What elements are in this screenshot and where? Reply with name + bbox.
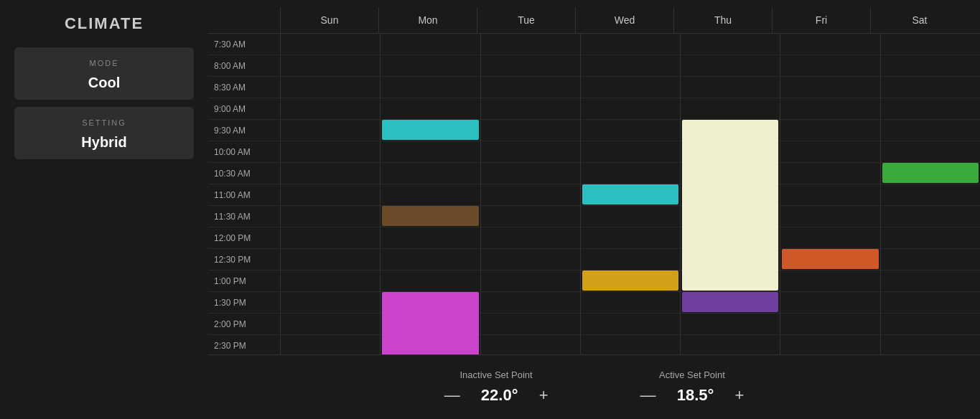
grid-cell[interactable] (881, 77, 980, 98)
day-column-fri[interactable] (780, 34, 879, 354)
grid-cell[interactable] (881, 34, 980, 55)
grid-cell[interactable] (881, 335, 980, 354)
grid-cell[interactable] (281, 120, 380, 141)
grid-cell[interactable] (281, 270, 380, 292)
grid-cell[interactable] (281, 206, 380, 227)
grid-cell[interactable] (281, 249, 380, 270)
grid-cell[interactable] (881, 270, 980, 292)
grid-cell[interactable] (881, 314, 980, 335)
grid-cell[interactable] (780, 163, 879, 184)
active-plus-button[interactable]: + (732, 387, 747, 403)
grid-cell[interactable] (780, 335, 879, 354)
grid-cell[interactable] (881, 184, 980, 206)
grid-cell[interactable] (681, 335, 780, 354)
event-block[interactable] (882, 163, 979, 183)
grid-cell[interactable] (681, 34, 780, 55)
grid-cell[interactable] (681, 314, 780, 335)
grid-cell[interactable] (481, 292, 580, 314)
grid-cell[interactable] (581, 314, 680, 335)
grid-cell[interactable] (281, 55, 380, 77)
setting-card[interactable]: SETTING Hybrid (14, 107, 194, 159)
grid-cell[interactable] (780, 314, 879, 335)
grid-cell[interactable] (481, 314, 580, 335)
grid-cell[interactable] (780, 141, 879, 163)
grid-cell[interactable] (780, 55, 879, 77)
grid-cell[interactable] (481, 120, 580, 141)
grid-cell[interactable] (281, 98, 380, 120)
grid-cell[interactable] (381, 98, 480, 120)
grid-cell[interactable] (381, 77, 480, 98)
day-column-mon[interactable] (380, 34, 480, 354)
grid-cell[interactable] (381, 163, 480, 184)
event-block[interactable] (382, 206, 478, 226)
grid-cell[interactable] (881, 292, 980, 314)
grid-cell[interactable] (481, 163, 580, 184)
grid-cell[interactable] (281, 77, 380, 98)
grid-cell[interactable] (281, 292, 380, 314)
grid-cell[interactable] (481, 270, 580, 292)
mode-card[interactable]: MODE Cool (14, 47, 194, 100)
grid-cell[interactable] (780, 206, 879, 227)
grid-cell[interactable] (581, 227, 680, 249)
grid-cell[interactable] (780, 184, 879, 206)
grid-cell[interactable] (780, 98, 879, 120)
grid-cell[interactable] (780, 292, 879, 314)
grid-cell[interactable] (481, 335, 580, 354)
active-minus-button[interactable]: — (638, 387, 659, 403)
grid-cell[interactable] (381, 55, 480, 77)
grid-cell[interactable] (281, 34, 380, 55)
grid-cell[interactable] (581, 120, 680, 141)
grid-cell[interactable] (481, 34, 580, 55)
grid-cell[interactable] (581, 249, 680, 270)
grid-cell[interactable] (381, 270, 480, 292)
grid-cell[interactable] (581, 34, 680, 55)
event-block[interactable] (382, 292, 478, 354)
grid-cell[interactable] (481, 249, 580, 270)
grid-cell[interactable] (581, 77, 680, 98)
grid-cell[interactable] (881, 227, 980, 249)
event-block[interactable] (382, 120, 478, 140)
grid-cell[interactable] (481, 227, 580, 249)
grid-cell[interactable] (381, 249, 480, 270)
grid-cell[interactable] (581, 55, 680, 77)
grid-cell[interactable] (581, 163, 680, 184)
grid-cell[interactable] (681, 98, 780, 120)
grid-cell[interactable] (681, 77, 780, 98)
grid-cell[interactable] (481, 77, 580, 98)
grid-cell[interactable] (780, 270, 879, 292)
day-column-sat[interactable] (880, 34, 980, 354)
grid-cell[interactable] (881, 55, 980, 77)
grid-cell[interactable] (581, 335, 680, 354)
event-block[interactable] (582, 270, 678, 291)
grid-cell[interactable] (881, 120, 980, 141)
inactive-minus-button[interactable]: — (442, 387, 463, 403)
grid-cell[interactable] (881, 141, 980, 163)
event-block[interactable] (682, 292, 778, 312)
grid-cell[interactable] (881, 98, 980, 120)
grid-cell[interactable] (381, 227, 480, 249)
grid-cell[interactable] (481, 206, 580, 227)
day-column-wed[interactable] (580, 34, 680, 354)
grid-cell[interactable] (581, 141, 680, 163)
grid-cell[interactable] (481, 141, 580, 163)
day-column-sun[interactable] (280, 34, 380, 354)
grid-cell[interactable] (281, 335, 380, 354)
grid-cell[interactable] (581, 98, 680, 120)
grid-cell[interactable] (281, 141, 380, 163)
grid-cell[interactable] (581, 206, 680, 227)
day-column-thu[interactable] (680, 34, 780, 354)
grid-cell[interactable] (281, 163, 380, 184)
grid-cell[interactable] (381, 34, 480, 55)
event-block[interactable] (682, 120, 778, 291)
grid-cell[interactable] (780, 120, 879, 141)
grid-cell[interactable] (780, 34, 879, 55)
inactive-plus-button[interactable]: + (536, 387, 551, 403)
grid-cell[interactable] (780, 227, 879, 249)
grid-cell[interactable] (281, 314, 380, 335)
grid-cell[interactable] (381, 141, 480, 163)
grid-cell[interactable] (481, 184, 580, 206)
grid-cell[interactable] (281, 227, 380, 249)
grid-cell[interactable] (581, 292, 680, 314)
grid-cell[interactable] (681, 55, 780, 77)
grid-cell[interactable] (481, 98, 580, 120)
